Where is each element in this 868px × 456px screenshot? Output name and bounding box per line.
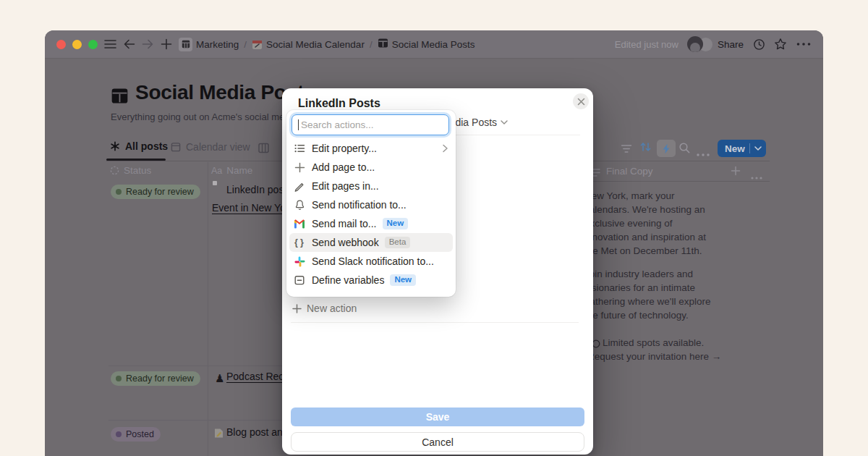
collaborator-avatars xyxy=(687,36,709,52)
chevron-down-icon xyxy=(501,120,508,125)
status-dot xyxy=(116,376,122,381)
new-badge: New xyxy=(390,274,416,287)
breadcrumb-label: Social Media Posts xyxy=(392,39,475,50)
forward-arrow-icon[interactable] xyxy=(141,38,154,51)
bell-icon xyxy=(294,199,305,211)
more-options-icon[interactable] xyxy=(796,38,812,51)
back-arrow-icon[interactable] xyxy=(122,38,135,51)
final-copy-line: visionaries for an intimate xyxy=(584,282,695,293)
search-placeholder: Search actions... xyxy=(301,119,374,130)
modal-divider xyxy=(291,322,579,323)
plus-icon xyxy=(292,304,302,313)
action-item-send-slack-notification-to[interactable]: Send Slack notification to... xyxy=(289,252,453,271)
filter-icon[interactable] xyxy=(621,143,632,156)
tab-label: All posts xyxy=(125,140,168,152)
traffic-lights xyxy=(56,40,98,49)
favorite-star-icon[interactable] xyxy=(774,38,787,51)
column-header-name[interactable]: Aa Name xyxy=(211,165,252,176)
status-label: Posted xyxy=(126,429,154,439)
status-label: Ready for review xyxy=(126,187,194,197)
breadcrumb-label: Marketing xyxy=(196,39,239,50)
action-label: Send mail to... xyxy=(312,218,377,229)
action-item-add-page-to[interactable]: Add page to... xyxy=(289,158,453,177)
column-header-status[interactable]: Status xyxy=(110,165,151,176)
column-divider xyxy=(208,162,208,456)
action-item-send-mail-to[interactable]: Send mail to...New xyxy=(289,214,453,233)
status-badge[interactable]: Ready for review xyxy=(111,185,200,199)
status-badge[interactable]: Ready for review xyxy=(111,371,200,386)
tab-calendar-view[interactable]: Calendar view xyxy=(171,141,250,153)
status-dot xyxy=(116,431,122,437)
screenshot-stage: Marketing / Social Media Calendar / Soci… xyxy=(0,0,868,456)
action-item-send-notification-to[interactable]: Send notification to... xyxy=(289,195,453,214)
final-copy-line: Join industry leaders and xyxy=(584,269,693,279)
action-item-define-variables[interactable]: Define variablesNew xyxy=(289,271,453,290)
history-clock-icon[interactable] xyxy=(752,38,765,51)
minimize-window-button[interactable] xyxy=(72,40,82,49)
column-label: Name xyxy=(226,165,252,176)
breadcrumb-label: Social Media Calendar xyxy=(266,39,365,50)
sidebar-menu-icon[interactable] xyxy=(103,38,116,51)
breadcrumb: Marketing / Social Media Calendar / Soci… xyxy=(179,38,475,51)
chevron-right-icon xyxy=(442,144,448,153)
actions-dropdown: Search actions... Edit property...Add pa… xyxy=(286,110,456,297)
new-page-plus-icon[interactable] xyxy=(160,38,173,51)
tab-all-posts[interactable]: All posts xyxy=(110,140,168,152)
page-title-icon xyxy=(111,87,129,108)
search-actions-input[interactable]: Search actions... xyxy=(292,114,449,135)
modal-title: LinkedIn Posts xyxy=(298,97,380,110)
share-button[interactable]: Share xyxy=(718,39,744,50)
new-action-label: New action xyxy=(307,303,357,314)
action-label: Send notification to... xyxy=(312,199,407,211)
action-list: Edit property...Add page to...Edit pages… xyxy=(286,139,456,290)
status-label: Ready for review xyxy=(126,373,194,384)
chevron-down-icon[interactable] xyxy=(754,146,762,151)
gmail-icon xyxy=(294,218,305,229)
column-label: Status xyxy=(124,165,151,176)
tab-partial-board-icon[interactable] xyxy=(258,143,269,156)
action-label: Send webhook xyxy=(312,237,379,248)
action-label: Add page to... xyxy=(312,161,375,173)
cancel-button[interactable]: Cancel xyxy=(291,432,584,452)
breadcrumb-separator: / xyxy=(244,39,247,50)
final-copy-line: the future of technology. xyxy=(584,310,689,321)
column-header-final-copy[interactable]: Final Copy xyxy=(606,166,653,177)
breadcrumb-item-marketing[interactable]: Marketing xyxy=(179,38,239,51)
avatar[interactable] xyxy=(687,36,703,52)
breadcrumb-item-calendar[interactable]: Social Media Calendar xyxy=(252,39,365,50)
action-item-edit-property[interactable]: Edit property... xyxy=(289,139,453,158)
status-dot xyxy=(116,189,122,195)
topbar-divider xyxy=(45,58,823,59)
action-item-edit-pages-in[interactable]: Edit pages in... xyxy=(289,177,453,195)
close-window-button[interactable] xyxy=(56,40,66,49)
page-subtitle: Everything going out on Acme's social me… xyxy=(111,111,297,122)
save-button[interactable]: Save xyxy=(291,408,584,426)
action-label: Define variables xyxy=(312,274,384,286)
final-copy-line: innovation and inspiration at xyxy=(584,232,706,242)
new-button[interactable]: New xyxy=(718,140,766,157)
new-badge: New xyxy=(383,218,409,230)
search-icon[interactable] xyxy=(678,142,691,157)
sort-icon[interactable] xyxy=(639,141,652,156)
automation-bolt-button[interactable] xyxy=(657,140,676,157)
view-options-icon[interactable] xyxy=(697,146,710,159)
beta-badge: Beta xyxy=(385,237,411,249)
plus-icon xyxy=(294,161,305,173)
status-badge[interactable]: Posted xyxy=(111,427,161,442)
new-action-button[interactable]: New action xyxy=(292,303,357,314)
final-copy-line: calendars. We're hosting an xyxy=(584,204,705,215)
close-icon xyxy=(577,98,585,106)
slack-icon xyxy=(294,256,305,267)
add-column-plus-icon[interactable] xyxy=(731,166,741,179)
text-caret xyxy=(298,119,299,130)
zoom-window-button[interactable] xyxy=(88,40,98,49)
title-property-icon: Aa xyxy=(211,166,222,176)
memo-page-icon xyxy=(213,428,224,442)
column-label: Final Copy xyxy=(606,166,653,177)
braces-icon: { } xyxy=(294,237,305,248)
doc-icon xyxy=(294,274,305,286)
action-item-send-webhook[interactable]: { }Send webhookBeta xyxy=(289,233,453,252)
final-copy-line: exclusive evening of xyxy=(584,218,673,229)
modal-close-button[interactable] xyxy=(573,93,589,109)
breadcrumb-item-posts[interactable]: Social Media Posts xyxy=(378,38,475,51)
